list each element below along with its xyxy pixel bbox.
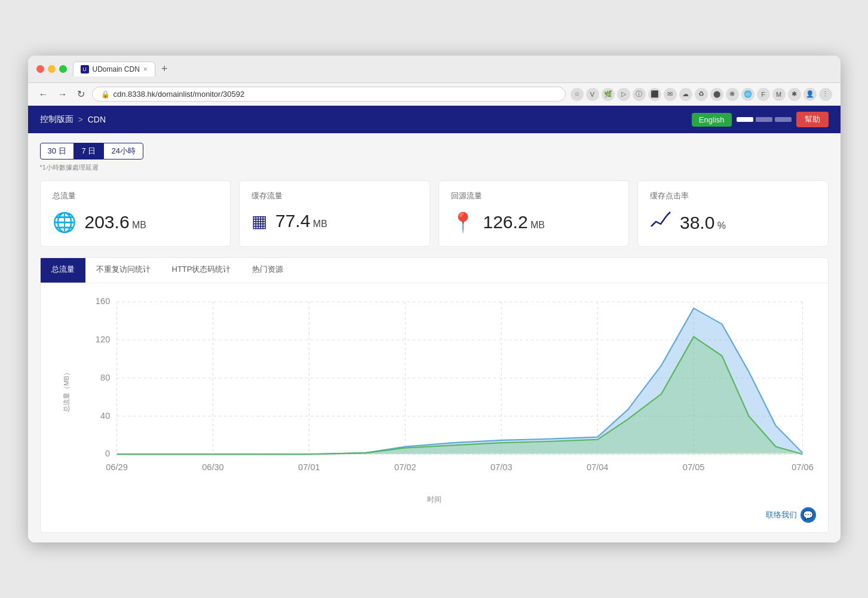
- stat-total-title: 总流量: [53, 191, 219, 201]
- stat-cache-value: ▦ 77.4 MB: [251, 211, 418, 231]
- stat-total-number: 203.6: [85, 212, 130, 232]
- stat-hitrate-title: 缓存点击率: [650, 191, 816, 201]
- chart-tab-popular[interactable]: 热门资源: [241, 258, 294, 283]
- ext-icon-6[interactable]: ✉: [664, 88, 677, 101]
- chart-tab-total[interactable]: 总流量: [41, 258, 85, 283]
- browser-toolbar-icons: ☆ V 🌿 ▷ ⓘ ⬛ ✉ ☁ ♻ ⬤ ❋ 🌐 F M ✱ 👤 ⋮: [571, 88, 832, 101]
- app-container: 控制版面 > CDN English 幫助 30 日 7 日 24小時: [28, 106, 841, 542]
- language-button[interactable]: English: [692, 113, 732, 127]
- address-bar: ← → ↻ 🔒 cdn.8338.hk/domainlist/monitor/3…: [28, 83, 841, 106]
- stat-cache-title: 缓存流量: [251, 191, 418, 201]
- stat-origin-title: 回源流量: [451, 191, 617, 201]
- lang-dot-3: [775, 117, 792, 122]
- ext-icon-9[interactable]: ⬤: [710, 88, 723, 101]
- forward-button[interactable]: →: [56, 88, 70, 101]
- ext-icon-13[interactable]: M: [772, 88, 786, 101]
- time-btn-30[interactable]: 30 日: [40, 143, 74, 160]
- svg-text:07/01: 07/01: [298, 462, 320, 472]
- ext-icon-14[interactable]: ✱: [788, 88, 801, 101]
- ext-icon-11[interactable]: 🌐: [741, 88, 754, 101]
- time-btn-7[interactable]: 7 日: [74, 143, 104, 160]
- chart-icon: [650, 211, 671, 234]
- contact-bar: 联络我们 💬: [41, 505, 828, 523]
- menu-icon[interactable]: ⋮: [819, 88, 832, 101]
- tab-title: UDomain CDN: [93, 65, 140, 73]
- stat-cache-unit: MB: [313, 219, 327, 229]
- svg-text:80: 80: [100, 373, 109, 382]
- cache-icon: ▦: [251, 211, 267, 231]
- ext-icon-2[interactable]: 🌿: [602, 88, 615, 101]
- chart-tabs: 总流量 不重复访问统计 HTTP状态码统计 热门资源: [41, 258, 828, 283]
- bookmark-icon[interactable]: ☆: [571, 88, 584, 101]
- ext-icon-10[interactable]: ❋: [726, 88, 739, 101]
- stat-origin-value: 📍 126.2 MB: [451, 211, 617, 234]
- breadcrumb: 控制版面 > CDN: [40, 114, 106, 125]
- svg-text:06/30: 06/30: [202, 462, 224, 472]
- ext-icon-3[interactable]: ▷: [617, 88, 630, 101]
- stat-card-cache-traffic: 缓存流量 ▦ 77.4 MB: [239, 180, 430, 247]
- stat-total-unit: MB: [132, 220, 146, 230]
- chart-container: 总流量（MB） .grid-line { stroke: #ddd; strok…: [41, 283, 828, 498]
- minimize-button[interactable]: [48, 65, 56, 73]
- browser-window: U UDomain CDN × + ← → ↻ 🔒 cdn.8338.hk/do…: [28, 56, 841, 542]
- refresh-button[interactable]: ↻: [75, 87, 87, 101]
- help-button[interactable]: 幫助: [796, 112, 829, 127]
- tab-close-button[interactable]: ×: [143, 65, 148, 73]
- stat-hitrate-value: 38.0 %: [650, 211, 816, 234]
- browser-tab[interactable]: U UDomain CDN ×: [73, 62, 155, 76]
- lock-icon: 🔒: [101, 90, 110, 99]
- time-btn-24[interactable]: 24小時: [103, 143, 143, 160]
- ext-icon-7[interactable]: ☁: [679, 88, 692, 101]
- ext-icon-12[interactable]: F: [757, 88, 770, 101]
- chat-icon[interactable]: 💬: [800, 507, 816, 523]
- tab-bar: U UDomain CDN × +: [73, 62, 832, 76]
- new-tab-button[interactable]: +: [159, 63, 170, 75]
- language-switcher: [737, 117, 792, 122]
- svg-text:40: 40: [100, 411, 109, 421]
- chart-tab-http[interactable]: HTTP状态码统计: [161, 258, 242, 283]
- ext-icon-15[interactable]: 👤: [803, 88, 817, 101]
- svg-text:07/04: 07/04: [586, 462, 608, 472]
- svg-text:0: 0: [105, 449, 110, 459]
- title-bar: U UDomain CDN × +: [28, 56, 841, 83]
- lang-dot-2: [756, 117, 772, 122]
- chart-tab-unique[interactable]: 不重复访问统计: [85, 258, 161, 283]
- main-content: 30 日 7 日 24小時 *1小時數據處理延遲 总流量 🌐 203.6 MB: [28, 133, 841, 542]
- maximize-button[interactable]: [59, 65, 67, 73]
- pin-icon: 📍: [451, 211, 475, 234]
- svg-text:07/02: 07/02: [394, 462, 416, 472]
- svg-text:120: 120: [95, 335, 109, 345]
- svg-text:160: 160: [95, 297, 109, 306]
- stat-hitrate-unit: %: [717, 220, 726, 231]
- svg-text:07/05: 07/05: [682, 462, 704, 472]
- globe-icon: 🌐: [53, 211, 76, 234]
- time-filter: 30 日 7 日 24小時: [40, 143, 829, 160]
- stat-cache-number: 77.4: [275, 211, 310, 231]
- ext-icon-8[interactable]: ♻: [695, 88, 708, 101]
- contact-link[interactable]: 联络我们: [766, 510, 797, 520]
- lang-dot-1: [737, 117, 753, 122]
- nav-right: English 幫助: [692, 112, 829, 127]
- svg-text:07/06: 07/06: [792, 462, 814, 472]
- url-text: cdn.8338.hk/domainlist/monitor/30592: [114, 90, 245, 99]
- close-button[interactable]: [36, 65, 44, 73]
- delay-note: *1小時數據處理延遲: [40, 163, 829, 172]
- ext-icon-4[interactable]: ⓘ: [633, 88, 646, 101]
- traffic-lights: [36, 65, 67, 73]
- svg-text:07/03: 07/03: [490, 462, 512, 472]
- stat-card-hit-rate: 缓存点击率 38.0 %: [637, 180, 829, 247]
- breadcrumb-current: CDN: [88, 115, 106, 124]
- chart-svg: .grid-line { stroke: #ddd; stroke-width:…: [76, 289, 816, 492]
- top-navigation: 控制版面 > CDN English 幫助: [28, 106, 841, 133]
- back-button[interactable]: ←: [36, 88, 51, 101]
- svg-text:06/29: 06/29: [106, 462, 128, 472]
- stat-origin-unit: MB: [530, 220, 545, 230]
- address-input[interactable]: 🔒 cdn.8338.hk/domainlist/monitor/30592: [92, 87, 566, 102]
- ext-icon-1[interactable]: V: [586, 88, 599, 101]
- breadcrumb-home[interactable]: 控制版面: [40, 114, 73, 125]
- stat-card-total-traffic: 总流量 🌐 203.6 MB: [40, 180, 231, 247]
- chart-section: 总流量 不重复访问统计 HTTP状态码统计 热门资源 总流量（MB） .grid…: [40, 257, 829, 533]
- ext-icon-5[interactable]: ⬛: [648, 88, 661, 101]
- y-axis-label: 总流量（MB）: [62, 369, 71, 412]
- tab-favicon: U: [81, 65, 89, 73]
